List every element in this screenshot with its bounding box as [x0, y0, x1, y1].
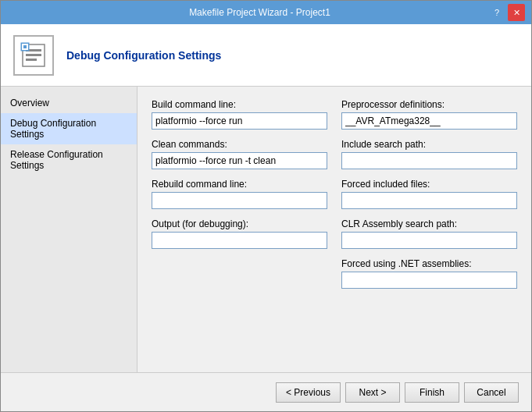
clr-assembly-group: CLR Assembly search path:: [341, 218, 517, 249]
content-area: Overview Debug Configuration Settings Re…: [1, 87, 531, 372]
build-cmd-label: Build command line:: [152, 99, 327, 110]
forced-net-group: Forced using .NET assemblies:: [341, 258, 517, 289]
forced-net-input[interactable]: [341, 272, 517, 289]
close-button[interactable]: ✕: [508, 4, 525, 21]
page-title: Debug Configuration Settings: [66, 49, 221, 62]
sidebar-item-overview[interactable]: Overview: [1, 93, 137, 113]
preprocessor-defs-group: Preprocessor definitions:: [341, 99, 517, 130]
form-columns: Build command line: Clean commands: Rebu…: [152, 99, 517, 298]
build-cmd-input[interactable]: [152, 112, 327, 130]
clean-cmd-input[interactable]: [152, 152, 327, 169]
wizard-icon-svg: [20, 41, 48, 69]
include-search-group: Include search path:: [341, 139, 517, 169]
svg-rect-3: [26, 59, 37, 61]
build-cmd-group: Build command line:: [152, 99, 327, 130]
help-button[interactable]: ?: [489, 5, 505, 20]
clr-assembly-label: CLR Assembly search path:: [341, 218, 517, 229]
forced-net-label: Forced using .NET assemblies:: [341, 258, 517, 269]
title-bar-controls: ? ✕: [489, 4, 525, 21]
title-bar-text: Makefile Project Wizard - Project1: [30, 7, 489, 18]
forced-included-input[interactable]: [341, 192, 517, 209]
left-column: Build command line: Clean commands: Rebu…: [152, 99, 327, 298]
clr-assembly-input[interactable]: [341, 232, 517, 249]
footer: < Previous Next > Finish Cancel: [1, 372, 531, 411]
output-debug-input[interactable]: [152, 232, 327, 249]
output-debug-group: Output (for debugging):: [152, 218, 327, 249]
cancel-button[interactable]: Cancel: [464, 382, 519, 403]
sidebar-item-release[interactable]: Release Configuration Settings: [1, 144, 137, 176]
header-area: Debug Configuration Settings: [1, 24, 531, 87]
include-search-input[interactable]: [341, 152, 517, 169]
wizard-icon: [13, 35, 54, 76]
previous-button[interactable]: < Previous: [276, 382, 341, 403]
title-bar: Makefile Project Wizard - Project1 ? ✕: [1, 1, 531, 24]
rebuild-cmd-group: Rebuild command line:: [152, 179, 327, 209]
next-button[interactable]: Next >: [345, 382, 400, 403]
clean-cmd-label: Clean commands:: [152, 139, 327, 150]
svg-rect-2: [26, 54, 41, 56]
sidebar: Overview Debug Configuration Settings Re…: [1, 87, 137, 372]
finish-button[interactable]: Finish: [405, 382, 459, 403]
main-window: Makefile Project Wizard - Project1 ? ✕ D…: [0, 0, 532, 412]
sidebar-item-debug[interactable]: Debug Configuration Settings: [1, 113, 137, 144]
forced-included-group: Forced included files:: [341, 179, 517, 209]
svg-rect-6: [23, 45, 27, 48]
rebuild-cmd-label: Rebuild command line:: [152, 179, 327, 190]
preprocessor-defs-input[interactable]: [341, 112, 517, 130]
main-panel: Build command line: Clean commands: Rebu…: [137, 87, 531, 372]
clean-cmd-group: Clean commands:: [152, 139, 327, 169]
preprocessor-defs-label: Preprocessor definitions:: [341, 99, 517, 110]
output-debug-label: Output (for debugging):: [152, 218, 327, 229]
rebuild-cmd-input[interactable]: [152, 192, 327, 209]
forced-included-label: Forced included files:: [341, 179, 517, 190]
include-search-label: Include search path:: [341, 139, 517, 150]
right-column: Preprocessor definitions: Include search…: [341, 99, 517, 298]
